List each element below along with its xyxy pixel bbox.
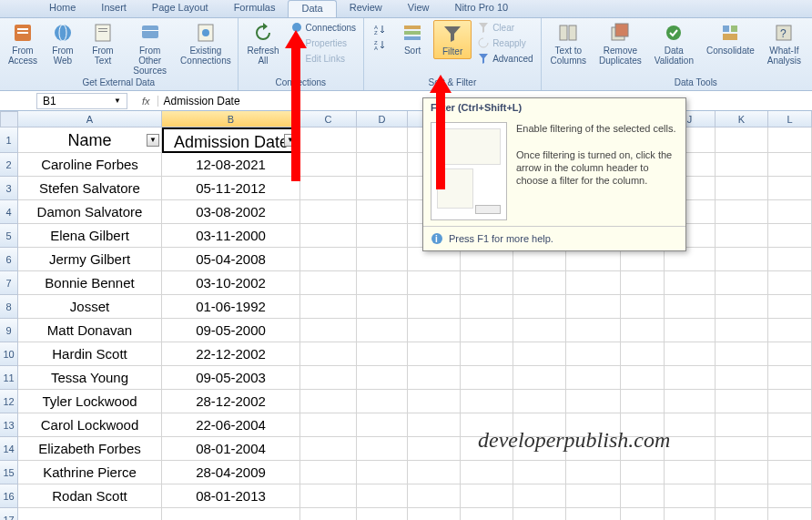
cell[interactable]: 28-04-2009 bbox=[162, 461, 300, 484]
cell[interactable] bbox=[461, 461, 513, 484]
cell[interactable] bbox=[566, 366, 621, 390]
cell[interactable] bbox=[357, 224, 408, 248]
row-header[interactable]: 4 bbox=[0, 200, 18, 224]
cell[interactable] bbox=[716, 461, 768, 484]
cell[interactable] bbox=[665, 484, 716, 508]
cell[interactable] bbox=[300, 177, 357, 200]
cell[interactable] bbox=[621, 295, 665, 319]
col-header-d[interactable]: D bbox=[357, 111, 408, 127]
cell[interactable] bbox=[768, 413, 812, 437]
cell[interactable] bbox=[621, 461, 665, 484]
cell[interactable] bbox=[357, 342, 408, 366]
cell[interactable]: 05-11-2012 bbox=[162, 177, 300, 200]
cell[interactable]: 22-06-2004 bbox=[162, 413, 300, 437]
row-header[interactable]: 9 bbox=[0, 319, 18, 342]
cell[interactable] bbox=[300, 271, 357, 295]
row-header[interactable]: 3 bbox=[0, 177, 18, 200]
cell[interactable]: 03-11-2000 bbox=[162, 224, 300, 248]
cell[interactable] bbox=[716, 127, 768, 153]
col-header-c[interactable]: C bbox=[300, 111, 357, 127]
cell[interactable] bbox=[357, 413, 408, 437]
consolidate-button[interactable]: Consolidate bbox=[701, 20, 760, 57]
row-header[interactable]: 11 bbox=[0, 366, 18, 390]
advanced-button[interactable]: Advanced bbox=[473, 51, 536, 66]
col-header-l[interactable]: L bbox=[768, 111, 812, 127]
cell[interactable]: Tessa Young bbox=[18, 366, 162, 390]
tab-nitro[interactable]: Nitro Pro 10 bbox=[442, 0, 521, 17]
existing-connections-button[interactable]: ExistingConnections bbox=[178, 20, 233, 67]
col-header-k[interactable]: K bbox=[716, 111, 768, 127]
sort-button[interactable]: Sort bbox=[393, 20, 431, 57]
cell[interactable] bbox=[300, 295, 357, 319]
cell[interactable] bbox=[513, 319, 566, 342]
cell[interactable]: Admission Date▼ bbox=[162, 127, 300, 153]
cell[interactable] bbox=[513, 295, 566, 319]
cell[interactable] bbox=[768, 248, 812, 271]
cell[interactable] bbox=[621, 271, 665, 295]
cell[interactable] bbox=[768, 127, 812, 153]
cell[interactable] bbox=[300, 508, 357, 520]
filter-button[interactable]: Filter bbox=[433, 20, 472, 59]
cell[interactable] bbox=[461, 484, 513, 508]
tab-view[interactable]: View bbox=[395, 0, 442, 17]
cell[interactable] bbox=[300, 153, 357, 177]
cell[interactable]: Rodan Scott bbox=[18, 484, 162, 508]
remove-duplicates-button[interactable]: RemoveDuplicates bbox=[594, 20, 647, 67]
row-header[interactable]: 12 bbox=[0, 390, 18, 413]
cell[interactable] bbox=[665, 390, 716, 413]
cell[interactable] bbox=[621, 390, 665, 413]
cell[interactable] bbox=[513, 366, 566, 390]
cell[interactable] bbox=[461, 366, 513, 390]
cell[interactable] bbox=[665, 319, 716, 342]
cell[interactable]: 09-05-2003 bbox=[162, 366, 300, 390]
cell[interactable]: Tyler Lockwood bbox=[18, 390, 162, 413]
cell[interactable] bbox=[716, 153, 768, 177]
row-header[interactable]: 6 bbox=[0, 248, 18, 271]
cell[interactable] bbox=[357, 390, 408, 413]
from-web-button[interactable]: FromWeb bbox=[44, 20, 82, 67]
cell[interactable] bbox=[357, 177, 408, 200]
cell[interactable] bbox=[408, 461, 461, 484]
cell[interactable]: Hardin Scott bbox=[18, 342, 162, 366]
cell[interactable] bbox=[665, 461, 716, 484]
cell[interactable] bbox=[768, 177, 812, 200]
cell[interactable] bbox=[566, 271, 621, 295]
cell[interactable]: Name▼ bbox=[18, 127, 162, 153]
cell[interactable] bbox=[300, 484, 357, 508]
cell[interactable]: 08-01-2004 bbox=[162, 437, 300, 461]
cell[interactable] bbox=[513, 271, 566, 295]
tab-home[interactable]: Home bbox=[36, 0, 88, 17]
sort-az-button[interactable]: AZ bbox=[370, 22, 390, 36]
cell[interactable] bbox=[408, 413, 461, 437]
cell[interactable] bbox=[716, 224, 768, 248]
cell[interactable] bbox=[768, 484, 812, 508]
group-button[interactable]: Group bbox=[808, 20, 812, 57]
cell[interactable] bbox=[357, 153, 408, 177]
cell[interactable] bbox=[408, 390, 461, 413]
filter-dropdown-icon[interactable]: ▼ bbox=[147, 134, 159, 147]
from-access-button[interactable]: FromAccess bbox=[4, 20, 42, 67]
row-header[interactable]: 16 bbox=[0, 484, 18, 508]
cell[interactable] bbox=[461, 342, 513, 366]
refresh-all-button[interactable]: RefreshAll bbox=[242, 20, 285, 67]
cell[interactable] bbox=[300, 437, 357, 461]
cell[interactable] bbox=[768, 319, 812, 342]
cell[interactable]: 01-06-1992 bbox=[162, 295, 300, 319]
cell[interactable] bbox=[665, 271, 716, 295]
cell[interactable] bbox=[357, 508, 408, 520]
tab-insert[interactable]: Insert bbox=[88, 0, 139, 17]
cell[interactable]: Jermy Gilbert bbox=[18, 248, 162, 271]
cell[interactable] bbox=[768, 271, 812, 295]
row-header[interactable]: 13 bbox=[0, 413, 18, 437]
cell[interactable]: Caroline Forbes bbox=[18, 153, 162, 177]
cell[interactable] bbox=[408, 342, 461, 366]
cell[interactable]: 03-10-2002 bbox=[162, 271, 300, 295]
row-header[interactable]: 10 bbox=[0, 342, 18, 366]
cell[interactable] bbox=[566, 342, 621, 366]
tab-formulas[interactable]: Formulas bbox=[221, 0, 289, 17]
cell[interactable] bbox=[357, 248, 408, 271]
tab-data[interactable]: Data bbox=[288, 0, 336, 17]
cell[interactable] bbox=[768, 508, 812, 520]
cell[interactable] bbox=[461, 508, 513, 520]
col-header-a[interactable]: A bbox=[18, 111, 162, 127]
